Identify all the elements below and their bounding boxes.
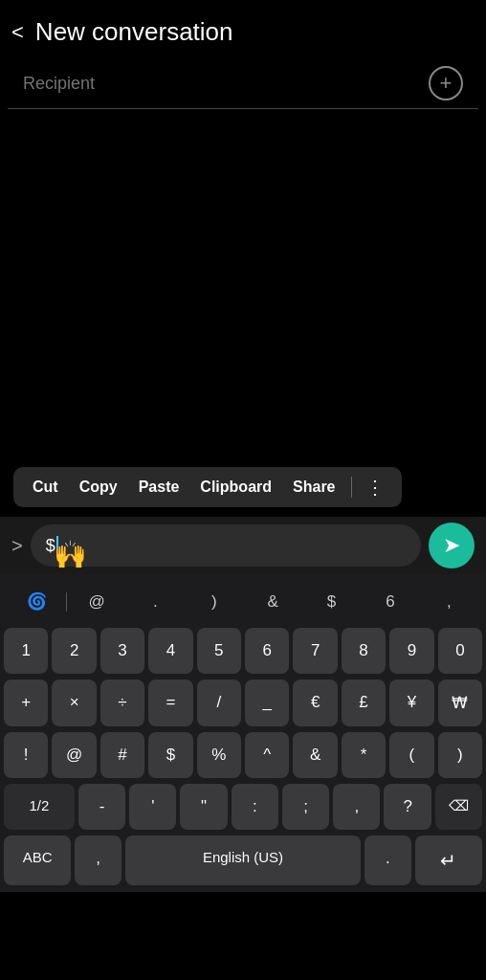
key-percent[interactable]: % xyxy=(197,732,241,778)
key-apos[interactable]: ' xyxy=(129,784,176,830)
main-area xyxy=(0,109,486,463)
misc-row: 1/2 - ' " : ; , ? ⌫ xyxy=(0,781,486,833)
key-semicolon[interactable]: ; xyxy=(282,784,329,830)
key-0[interactable]: 0 xyxy=(438,628,482,674)
copy-button[interactable]: Copy xyxy=(74,475,123,500)
expand-button[interactable]: > xyxy=(11,535,23,557)
key-underscore[interactable]: _ xyxy=(245,679,289,726)
cut-button[interactable]: Cut xyxy=(27,475,64,500)
six-key-sym[interactable]: 6 xyxy=(361,585,419,619)
key-slash[interactable]: / xyxy=(197,679,241,726)
key-plus[interactable]: + xyxy=(4,679,48,726)
send-button[interactable]: ➤ xyxy=(429,523,475,568)
key-space[interactable]: English (US) xyxy=(125,835,361,885)
message-input-box[interactable]: $ 🙌 xyxy=(31,524,421,567)
ampersand-key[interactable]: & xyxy=(244,585,302,619)
comma-sym-key[interactable]: , xyxy=(420,585,478,619)
back-button[interactable]: < xyxy=(11,22,24,43)
key-colon[interactable]: : xyxy=(232,784,278,830)
emoji-icon: 🙌 xyxy=(54,539,87,570)
key-asterisk[interactable]: * xyxy=(342,732,386,778)
key-3[interactable]: 3 xyxy=(100,628,144,674)
key-equals[interactable]: = xyxy=(148,679,192,726)
key-4[interactable]: 4 xyxy=(148,628,192,674)
backspace-key[interactable]: ⌫ xyxy=(435,784,482,830)
math-row: + × ÷ = / _ € £ ¥ ₩ xyxy=(0,677,486,729)
key-question[interactable]: ? xyxy=(384,784,431,830)
key-dash[interactable]: - xyxy=(78,784,125,830)
key-period[interactable]: . xyxy=(364,835,411,885)
key-12[interactable]: 1/2 xyxy=(4,784,75,830)
key-abc[interactable]: ABC xyxy=(4,835,71,885)
key-comma-bottom[interactable]: , xyxy=(75,835,122,885)
key-5[interactable]: 5 xyxy=(197,628,241,674)
key-yen[interactable]: ¥ xyxy=(389,679,433,726)
key-8[interactable]: 8 xyxy=(342,628,386,674)
paste-button[interactable]: Paste xyxy=(133,475,186,500)
more-options-button[interactable]: ⋮ xyxy=(362,476,388,499)
key-paren-close[interactable]: ) xyxy=(438,732,482,778)
key-amp[interactable]: & xyxy=(293,732,337,778)
key-caret[interactable]: ^ xyxy=(245,732,289,778)
key-exclaim[interactable]: ! xyxy=(4,732,48,778)
add-recipient-button[interactable]: + xyxy=(429,66,463,100)
key-at2[interactable]: @ xyxy=(52,732,96,778)
key-pound[interactable]: £ xyxy=(342,679,386,726)
number-row: 1 2 3 4 5 6 7 8 9 0 xyxy=(0,625,486,677)
key-dollar2[interactable]: $ xyxy=(148,732,192,778)
page-title: New conversation xyxy=(35,17,233,47)
key-comma2[interactable]: , xyxy=(333,784,380,830)
keyboard: 🌀 @ . ) & $ 6 , 1 2 3 4 5 6 7 8 9 0 + × … xyxy=(0,574,486,892)
key-euro[interactable]: € xyxy=(293,679,337,726)
dollar-key[interactable]: $ xyxy=(302,585,361,619)
key-7[interactable]: 7 xyxy=(293,628,337,674)
recipient-input[interactable] xyxy=(23,74,429,94)
dot-key[interactable]: . xyxy=(126,585,185,619)
send-icon: ➤ xyxy=(443,533,460,558)
context-menu: Cut Copy Paste Clipboard Share ⋮ xyxy=(13,467,402,507)
key-6[interactable]: 6 xyxy=(245,628,289,674)
message-input-row: > $ 🙌 ➤ xyxy=(0,517,486,574)
key-multiply[interactable]: × xyxy=(52,679,96,726)
emoji-key[interactable]: 🌀 xyxy=(8,584,66,619)
paren-close-key[interactable]: ) xyxy=(185,585,243,619)
recipient-row: + xyxy=(8,58,478,109)
share-button[interactable]: Share xyxy=(287,475,341,500)
key-enter[interactable]: ↵ xyxy=(415,835,482,885)
special-row: ! @ # $ % ^ & * ( ) xyxy=(0,729,486,781)
header: < New conversation xyxy=(0,0,486,58)
divider xyxy=(351,477,352,498)
symbols-row: 🌀 @ . ) & $ 6 , xyxy=(0,580,486,623)
key-2[interactable]: 2 xyxy=(52,628,96,674)
key-paren-open[interactable]: ( xyxy=(389,732,433,778)
key-9[interactable]: 9 xyxy=(389,628,433,674)
key-quote[interactable]: " xyxy=(180,784,227,830)
clipboard-button[interactable]: Clipboard xyxy=(194,475,277,500)
key-won[interactable]: ₩ xyxy=(438,679,482,726)
key-1[interactable]: 1 xyxy=(4,628,48,674)
key-divide[interactable]: ÷ xyxy=(100,679,144,726)
key-hash[interactable]: # xyxy=(100,732,144,778)
at-key[interactable]: @ xyxy=(67,585,125,619)
bottom-row: ABC , English (US) . ↵ xyxy=(0,833,486,888)
